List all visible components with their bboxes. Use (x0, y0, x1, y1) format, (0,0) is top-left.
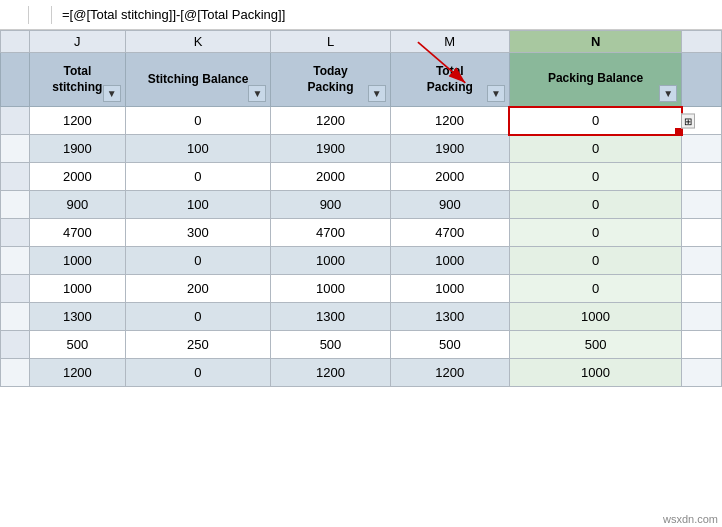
table-row: 10000100010000 (1, 247, 722, 275)
watermark: wsxdn.com (663, 513, 718, 525)
row-number (1, 135, 30, 163)
cell-l[interactable]: 4700 (271, 219, 390, 247)
cell-s (682, 163, 722, 191)
cell-m[interactable]: 1000 (390, 247, 509, 275)
cell-m[interactable]: 900 (390, 191, 509, 219)
filter-arrow-n[interactable]: ▼ (659, 85, 677, 102)
row-number (1, 275, 30, 303)
cell-k[interactable]: 0 (125, 107, 271, 135)
cell-k[interactable]: 0 (125, 303, 271, 331)
cell-s (682, 135, 722, 163)
cell-l[interactable]: 1200 (271, 359, 390, 387)
cell-m[interactable]: 2000 (390, 163, 509, 191)
cell-k[interactable]: 0 (125, 359, 271, 387)
col-header-j[interactable]: J (30, 31, 125, 53)
cell-j[interactable]: 1200 (30, 107, 125, 135)
cell-l[interactable]: 1900 (271, 135, 390, 163)
cell-n[interactable]: 0 (509, 163, 681, 191)
copy-icon[interactable]: ⊞ (681, 113, 695, 128)
col-header-k[interactable]: K (125, 31, 271, 53)
cell-j[interactable]: 1200 (30, 359, 125, 387)
data-table: J K L M N Totalstitching ▼ Stitching Bal… (0, 30, 722, 387)
separator1 (28, 6, 29, 24)
cell-j[interactable]: 1300 (30, 303, 125, 331)
row-header-empty (1, 53, 30, 107)
cell-s (682, 303, 722, 331)
col-header-l[interactable]: L (271, 31, 390, 53)
cell-k[interactable]: 250 (125, 331, 271, 359)
filter-arrow-l[interactable]: ▼ (368, 85, 386, 102)
cell-m[interactable]: 1200 (390, 359, 509, 387)
filter-arrow-k[interactable]: ▼ (248, 85, 266, 102)
row-number (1, 331, 30, 359)
table-row: 12000120012001000 (1, 359, 722, 387)
cell-j[interactable]: 500 (30, 331, 125, 359)
cell-k[interactable]: 300 (125, 219, 271, 247)
cell-l[interactable]: 500 (271, 331, 390, 359)
cell-n[interactable]: 500 (509, 331, 681, 359)
table-row: 20000200020000 (1, 163, 722, 191)
cell-m[interactable]: 1300 (390, 303, 509, 331)
table-row: 1900100190019000 (1, 135, 722, 163)
formula-input[interactable] (56, 7, 718, 22)
header-total-stitching[interactable]: Totalstitching ▼ (30, 53, 125, 107)
cell-l[interactable]: 2000 (271, 163, 390, 191)
cell-l[interactable]: 1000 (271, 247, 390, 275)
col-header-m[interactable]: M (390, 31, 509, 53)
header-today-packing[interactable]: TodayPacking ▼ (271, 53, 390, 107)
cell-k[interactable]: 100 (125, 135, 271, 163)
cell-m[interactable]: 1900 (390, 135, 509, 163)
header-s (682, 53, 722, 107)
separator2 (51, 6, 52, 24)
filter-arrow-j[interactable]: ▼ (103, 85, 121, 102)
cell-l[interactable]: 1000 (271, 275, 390, 303)
table-row: 1000200100010000 (1, 275, 722, 303)
cell-k[interactable]: 0 (125, 163, 271, 191)
col-header-s[interactable] (682, 31, 722, 53)
row-number (1, 219, 30, 247)
cell-l[interactable]: 900 (271, 191, 390, 219)
cell-j[interactable]: 2000 (30, 163, 125, 191)
header-stitching-balance[interactable]: Stitching Balance ▼ (125, 53, 271, 107)
col-header-n[interactable]: N (509, 31, 681, 53)
table-row: 4700300470047000 (1, 219, 722, 247)
cell-m[interactable]: 500 (390, 331, 509, 359)
table-row: 9001009009000 (1, 191, 722, 219)
cell-s (682, 331, 722, 359)
header-total-packing[interactable]: TotalPacking ▼ (390, 53, 509, 107)
row-number (1, 191, 30, 219)
cell-n[interactable]: 1000 (509, 359, 681, 387)
cell-n[interactable]: 0 (509, 191, 681, 219)
cell-m[interactable]: 1000 (390, 275, 509, 303)
cell-k[interactable]: 200 (125, 275, 271, 303)
row-number (1, 247, 30, 275)
cell-l[interactable]: 1200 (271, 107, 390, 135)
cell-s (682, 275, 722, 303)
cell-j[interactable]: 1900 (30, 135, 125, 163)
cell-n[interactable]: 0 (509, 219, 681, 247)
header-packing-balance[interactable]: Packing Balance ▼ (509, 53, 681, 107)
cell-m[interactable]: 4700 (390, 219, 509, 247)
cell-j[interactable]: 900 (30, 191, 125, 219)
cell-l[interactable]: 1300 (271, 303, 390, 331)
cell-n[interactable]: 0 (509, 135, 681, 163)
cell-n[interactable]: 0⊞ (509, 107, 681, 135)
cell-k[interactable]: 100 (125, 191, 271, 219)
cell-s (682, 191, 722, 219)
fill-handle[interactable] (675, 128, 682, 135)
cell-j[interactable]: 1000 (30, 275, 125, 303)
table-row: 12000120012000⊞ (1, 107, 722, 135)
data-header-row: Totalstitching ▼ Stitching Balance ▼ Tod… (1, 53, 722, 107)
row-number (1, 107, 30, 135)
cell-k[interactable]: 0 (125, 247, 271, 275)
cell-j[interactable]: 1000 (30, 247, 125, 275)
filter-arrow-m[interactable]: ▼ (487, 85, 505, 102)
cell-n[interactable]: 0 (509, 275, 681, 303)
cell-s (682, 247, 722, 275)
cell-n[interactable]: 1000 (509, 303, 681, 331)
row-number (1, 359, 30, 387)
cell-s (682, 359, 722, 387)
cell-m[interactable]: 1200 (390, 107, 509, 135)
cell-j[interactable]: 4700 (30, 219, 125, 247)
cell-n[interactable]: 0 (509, 247, 681, 275)
